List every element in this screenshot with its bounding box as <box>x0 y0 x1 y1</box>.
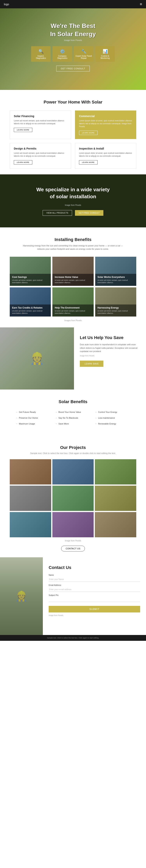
solar-benefits-title: Solar Benefits <box>16 399 130 404</box>
footer-text: Sample text. Click to select the text bo… <box>4 637 142 639</box>
projects-title: Our Projects <box>10 445 136 450</box>
benefits-image-credit: Images from Pexels <box>10 319 136 321</box>
subject-label: Subject Pin <box>49 594 140 596</box>
solar-benefit-1: Get Future Ready <box>16 410 51 414</box>
benefits-title: Installing Benefits <box>10 237 136 242</box>
commercial-learn-button[interactable]: LEARN MORE <box>79 131 98 135</box>
email-input[interactable] <box>49 587 140 592</box>
benefit-tax-credits-text: Ut enim ad minim veniam, quis nostrud ex… <box>12 310 48 315</box>
inspection-install-learn-button[interactable]: LEARN MORE <box>79 160 98 164</box>
benefit-solar-everywhere-overlay: Solar Works Everywhere Ut enim ad minim … <box>95 274 136 286</box>
worker-illustration-icon: 👷 <box>30 351 44 365</box>
specialize-image-credit: Image from Pexels <box>8 204 138 206</box>
project-image-2 <box>52 459 94 485</box>
benefit-cost-savings: Cost Savings Ut enim ad minim veniam, qu… <box>10 257 51 286</box>
design-permits-text: Lorem ad movet veniam, quis nostrud exer… <box>14 152 67 157</box>
inspection-install-title: Inspection & Install <box>79 147 132 150</box>
solar-financing-card: Solar Financing Lorem ad movet veniam, q… <box>10 111 71 139</box>
commercial-title: Commercial <box>79 115 132 118</box>
monitoring-icon: 📊 <box>103 49 108 54</box>
help-title: Let Us Help You Save <box>80 335 140 340</box>
benefit-harnessing-title: Harnessing Energy <box>98 306 134 309</box>
solar-benefit-6: Low-maintenance <box>95 416 130 420</box>
benefit-home-value-text: Ut enim ad minim veniam, quis nostrud ex… <box>55 279 91 284</box>
hero-icon-label-2: Company Diagnostics <box>54 55 71 59</box>
solar-benefits-grid: Get Future Ready Boost Your Home Value C… <box>16 410 130 426</box>
submit-button[interactable]: SUBMIT <box>49 606 140 613</box>
logo: logo <box>4 3 9 6</box>
repair-icon: 🔧 <box>81 49 87 54</box>
solar-benefit-7: Maximum Usage <box>16 422 51 426</box>
benefit-cost-savings-text: Ut enim ad minim veniam, quis nostrud ex… <box>12 279 48 284</box>
email-label: Email Address <box>49 584 140 586</box>
project-image-1 <box>10 459 51 485</box>
design-permits-learn-button[interactable]: LEARN MORE <box>14 160 32 164</box>
solar-benefit-9: Renewable Energy <box>95 422 130 426</box>
subject-input[interactable] <box>49 597 140 602</box>
inspection-install-text: Lorem ipsum dolor sit amet, quis nostrud… <box>79 152 132 157</box>
projects-description: Sample text. Click to select the text bo… <box>10 452 136 455</box>
benefit-environment: Help The Environment Ut enim ad minim ve… <box>52 287 93 316</box>
hero-title: We're The BestIn Solar Energy <box>31 22 115 38</box>
diagnostics-icon: ⚙️ <box>60 49 65 54</box>
commercial-card: Commercial Lorem ipsum dolor sit amet, q… <box>75 111 136 139</box>
hero-icon-company-diagnostics[interactable]: ⚙️ Company Diagnostics <box>53 46 72 62</box>
benefit-tax-credits-title: Earn Tax Credits & Rebates <box>12 306 48 309</box>
contact-section: 👷 Contact Us Name Email Address Subject … <box>0 557 146 635</box>
projects-contact-wrapper: CONTACT US <box>10 546 136 552</box>
hero-consult-button[interactable]: GET FREE CONSULT <box>56 66 90 71</box>
power-home-title: Power Your Home With Solar <box>10 100 136 105</box>
benefits-grid: Cost Savings Ut enim ad minim veniam, qu… <box>10 257 136 316</box>
project-image-8 <box>52 512 94 537</box>
benefit-harnessing: Harnessing Energy Ut enim ad minim venia… <box>95 287 136 316</box>
hero-icons-row: 🔍 Inspect. Diagnostics ⚙️ Company Diagno… <box>31 46 115 62</box>
project-image-9 <box>95 512 136 537</box>
project-image-4 <box>10 486 51 511</box>
benefit-cost-savings-overlay: Cost Savings Ut enim ad minim veniam, qu… <box>10 274 51 286</box>
hero-icon-solar-inspection[interactable]: 🔍 Inspect. Diagnostics <box>31 46 51 62</box>
project-image-7 <box>10 512 51 537</box>
solar-financing-title: Solar Financing <box>14 115 67 118</box>
name-input[interactable] <box>49 577 140 582</box>
benefit-tax-credits: Earn Tax Credits & Rebates Ut enim ad mi… <box>10 287 51 316</box>
contact-image-credit: Image from Pexels <box>49 614 140 616</box>
specialize-title: We specialize in a wide varietyof solar … <box>8 186 138 200</box>
benefit-harnessing-text: Ut enim ad minim veniam, quis nostrud ex… <box>98 310 134 315</box>
benefit-home-value-title: Increase Home Value <box>55 276 91 278</box>
contact-image: 👷 <box>0 557 43 635</box>
solar-financing-learn-button[interactable]: LEARN MORE <box>14 128 32 132</box>
hero-icon-expert-panel[interactable]: 🔧 Expert Solar Panel Repair <box>74 46 93 62</box>
hero-content: We're The BestIn Solar Energy Image from… <box>31 8 115 71</box>
projects-image-credit: Image from Pexels <box>10 539 136 542</box>
help-image: 👷 <box>0 328 74 390</box>
help-learn-save-button[interactable]: LEARN SAVE <box>80 361 103 367</box>
hero-icon-control-monitoring[interactable]: 📊 Control & Monitoring <box>95 46 115 62</box>
project-image-5 <box>52 486 94 511</box>
design-permits-title: Design & Permits <box>14 147 67 150</box>
inspection-icon: 🔍 <box>38 49 44 54</box>
benefit-environment-overlay: Help The Environment Ut enim ad minim ve… <box>52 305 93 316</box>
inspection-install-card: Inspection & Install Lorem ipsum dolor s… <box>75 143 136 168</box>
contact-us-button[interactable]: CONTACT US <box>61 546 85 552</box>
benefit-home-value-overlay: Increase Home Value Ut enim ad minim ven… <box>52 274 93 286</box>
benefits-section: Installing Benefits Harnessing energy fr… <box>0 227 146 328</box>
hero-icon-label-3: Expert Solar Panel Repair <box>75 55 92 59</box>
projects-grid <box>10 459 136 537</box>
view-all-products-button[interactable]: VIEW ALL PRODUCTS <box>43 210 72 216</box>
benefit-solar-everywhere-title: Solar Works Everywhere <box>98 276 134 278</box>
help-section: 👷 Let Us Help You Save Duis aute irure d… <box>0 328 146 390</box>
contact-worker-icon: 👷 <box>16 590 27 602</box>
solar-benefit-4: Preserve Our Home <box>16 416 51 420</box>
power-cards-grid: Solar Financing Lorem ad movet veniam, q… <box>10 111 136 168</box>
help-content: Let Us Help You Save Duis aute irure dol… <box>74 328 146 390</box>
solar-financing-text: Lorem ad movet veniam, quis nostrud exer… <box>14 119 67 125</box>
solar-benefit-5: Say No To Blackouts <box>55 416 91 420</box>
benefit-solar-everywhere: Solar Works Everywhere Ut enim ad minim … <box>95 257 136 286</box>
help-image-credit: Image from Pexels <box>80 355 140 357</box>
design-permits-card: Design & Permits Lorem ad movet veniam, … <box>10 143 71 168</box>
hero-section: We're The BestIn Solar Energy Image from… <box>0 8 146 90</box>
header: logo ≡ <box>0 0 146 8</box>
benefit-tax-credits-overlay: Earn Tax Credits & Rebates Ut enim ad mi… <box>10 305 51 316</box>
hamburger-menu-icon[interactable]: ≡ <box>140 2 142 6</box>
get-free-consult-button[interactable]: GET FREE CONSULT <box>75 210 103 216</box>
